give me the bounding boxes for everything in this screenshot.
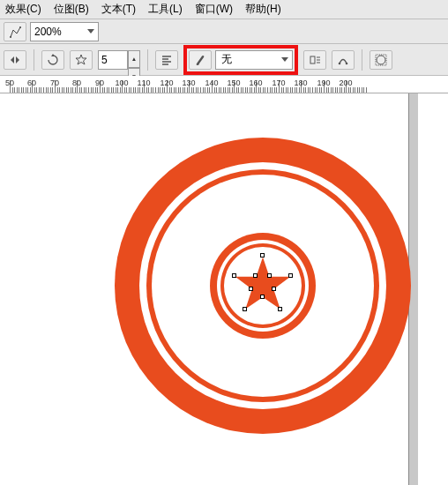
star-shape[interactable]: [233, 254, 293, 314]
svg-rect-6: [376, 55, 386, 65]
points-input[interactable]: [98, 50, 128, 70]
brush-tool-icon[interactable]: [189, 50, 212, 70]
ruler-label: 100: [115, 78, 128, 87]
ruler-label: 120: [160, 78, 173, 87]
ruler-label: 180: [294, 78, 307, 87]
spinner-up-icon[interactable]: ▲: [128, 50, 140, 68]
ruler-label: 130: [182, 78, 195, 87]
points-spinner[interactable]: ▲ ▼: [98, 50, 140, 70]
zoom-select[interactable]: 200%: [30, 22, 99, 41]
node-handle[interactable]: [267, 273, 272, 278]
menu-window[interactable]: 窗口(W): [195, 2, 233, 17]
menu-bar: 效果(C) 位图(B) 文本(T) 工具(L) 窗口(W) 帮助(H): [0, 0, 448, 19]
node-handle[interactable]: [260, 253, 265, 257]
ruler-label: 200: [339, 78, 352, 87]
menu-bitmap[interactable]: 位图(B): [54, 2, 89, 17]
ruler-label: 160: [249, 78, 262, 87]
property-bar: ▲ ▼ 无: [0, 44, 448, 76]
ruler-label: 60: [27, 78, 36, 87]
svg-point-5: [377, 56, 385, 64]
node-handle[interactable]: [232, 273, 236, 278]
convert-curves-icon[interactable]: [332, 50, 355, 70]
rotate-icon[interactable]: [41, 50, 64, 70]
seal-artwork[interactable]: [115, 138, 411, 434]
svg-point-0: [10, 36, 11, 38]
horizontal-ruler: 5060708090100110120130140150160170180190…: [0, 76, 448, 93]
node-handle[interactable]: [260, 295, 265, 299]
chevron-down-icon: [87, 29, 94, 34]
separator: [362, 49, 362, 71]
star-points-icon: [70, 50, 93, 70]
node-handle[interactable]: [243, 307, 247, 311]
menu-effects[interactable]: 效果(C): [5, 2, 41, 17]
ruler-label: 50: [5, 78, 14, 87]
chevron-down-icon: [281, 57, 288, 62]
separator: [147, 49, 148, 71]
node-handle[interactable]: [249, 287, 253, 291]
svg-point-3: [339, 62, 341, 64]
node-handle[interactable]: [253, 273, 258, 278]
separator: [34, 49, 34, 71]
ruler-label: 170: [272, 78, 285, 87]
bounding-box-icon[interactable]: [370, 50, 392, 70]
svg-marker-7: [235, 257, 291, 309]
ruler-label: 150: [227, 78, 240, 87]
ruler-label: 80: [72, 78, 81, 87]
node-handle[interactable]: [288, 273, 293, 278]
pasteboard: [418, 93, 448, 485]
ruler-label: 190: [317, 78, 330, 87]
mirror-h-icon[interactable]: [4, 50, 26, 70]
ruler-label: 70: [50, 78, 59, 87]
spray-tool-icon[interactable]: [4, 22, 26, 41]
brush-preset-select[interactable]: 无: [215, 50, 293, 70]
highlighted-brush-control: 无: [183, 45, 298, 75]
zoom-value: 200%: [34, 26, 62, 38]
menu-text[interactable]: 文本(T): [101, 2, 136, 17]
svg-point-4: [346, 62, 348, 64]
toolbar-top: 200%: [0, 19, 448, 44]
ruler-label: 140: [205, 78, 218, 87]
wrap-text-icon[interactable]: [303, 50, 326, 70]
svg-rect-2: [310, 56, 315, 63]
node-handle[interactable]: [278, 307, 282, 311]
menu-help[interactable]: 帮助(H): [245, 2, 281, 17]
brush-preset-value: 无: [221, 52, 281, 67]
text-align-icon[interactable]: [155, 50, 178, 70]
svg-point-1: [19, 26, 21, 28]
menu-tools[interactable]: 工具(L): [148, 2, 183, 17]
ruler-label: 90: [95, 78, 104, 87]
ruler-label: 110: [137, 78, 150, 87]
canvas-area[interactable]: [0, 93, 448, 485]
node-handle[interactable]: [272, 287, 276, 291]
